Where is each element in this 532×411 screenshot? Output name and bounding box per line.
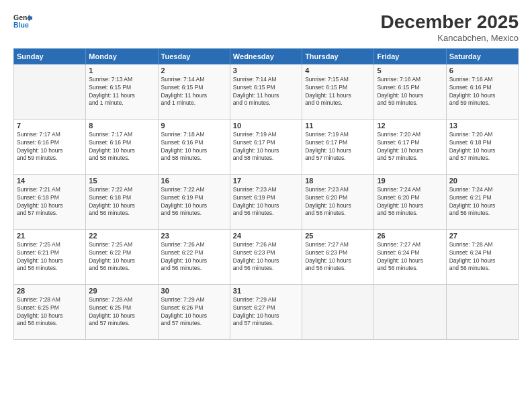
calendar-cell: 22Sunrise: 7:25 AM Sunset: 6:22 PM Dayli… [86,229,158,284]
week-row-3: 14Sunrise: 7:21 AM Sunset: 6:18 PM Dayli… [14,174,519,229]
calendar-cell [14,64,86,119]
day-info: Sunrise: 7:21 AM Sunset: 6:18 PM Dayligh… [17,186,83,218]
day-info: Sunrise: 7:17 AM Sunset: 6:16 PM Dayligh… [17,131,83,163]
day-info: Sunrise: 7:25 AM Sunset: 6:22 PM Dayligh… [89,241,154,273]
calendar-cell: 21Sunrise: 7:25 AM Sunset: 6:21 PM Dayli… [14,229,86,284]
day-number: 31 [233,287,299,295]
day-number: 26 [377,232,443,240]
day-info: Sunrise: 7:20 AM Sunset: 6:17 PM Dayligh… [377,131,443,163]
calendar-cell: 11Sunrise: 7:19 AM Sunset: 6:17 PM Dayli… [302,119,374,174]
calendar-cell: 18Sunrise: 7:23 AM Sunset: 6:20 PM Dayli… [302,174,374,229]
day-info: Sunrise: 7:24 AM Sunset: 6:20 PM Dayligh… [377,186,443,218]
day-info: Sunrise: 7:27 AM Sunset: 6:23 PM Dayligh… [305,241,371,273]
calendar-cell: 31Sunrise: 7:29 AM Sunset: 6:27 PM Dayli… [230,284,302,339]
day-info: Sunrise: 7:22 AM Sunset: 6:18 PM Dayligh… [89,186,154,218]
logo: General Blue [13,12,32,31]
weekday-header-thursday: Thursday [302,48,374,64]
day-info: Sunrise: 7:13 AM Sunset: 6:15 PM Dayligh… [89,76,154,108]
calendar-cell: 3Sunrise: 7:14 AM Sunset: 6:15 PM Daylig… [230,64,302,119]
day-number: 5 [377,66,443,75]
day-number: 16 [161,177,227,185]
day-number: 6 [449,66,515,75]
day-info: Sunrise: 7:29 AM Sunset: 6:27 PM Dayligh… [233,296,299,328]
logo-icon: General Blue [13,12,32,31]
weekday-header-tuesday: Tuesday [158,48,230,64]
week-row-2: 7Sunrise: 7:17 AM Sunset: 6:16 PM Daylig… [14,119,519,174]
calendar-cell: 25Sunrise: 7:27 AM Sunset: 6:23 PM Dayli… [302,229,374,284]
day-info: Sunrise: 7:25 AM Sunset: 6:21 PM Dayligh… [17,241,83,273]
day-number: 12 [377,122,443,130]
day-number: 28 [17,287,83,295]
calendar-cell: 15Sunrise: 7:22 AM Sunset: 6:18 PM Dayli… [86,174,158,229]
day-number: 7 [17,122,83,130]
weekday-header-wednesday: Wednesday [230,48,302,64]
day-info: Sunrise: 7:26 AM Sunset: 6:23 PM Dayligh… [233,241,299,273]
weekday-header-friday: Friday [374,48,446,64]
calendar-cell [374,284,446,339]
day-info: Sunrise: 7:26 AM Sunset: 6:22 PM Dayligh… [161,241,227,273]
location: Kancabchen, Mexico [381,33,519,43]
day-info: Sunrise: 7:28 AM Sunset: 6:24 PM Dayligh… [449,241,515,273]
calendar-cell: 2Sunrise: 7:14 AM Sunset: 6:15 PM Daylig… [158,64,230,119]
day-number: 21 [17,232,83,240]
day-number: 30 [161,287,227,295]
weekday-header-monday: Monday [86,48,158,64]
calendar-cell: 9Sunrise: 7:18 AM Sunset: 6:16 PM Daylig… [158,119,230,174]
day-number: 18 [305,177,371,185]
day-number: 27 [449,232,515,240]
day-info: Sunrise: 7:28 AM Sunset: 6:25 PM Dayligh… [89,296,154,328]
day-info: Sunrise: 7:14 AM Sunset: 6:15 PM Dayligh… [161,76,227,108]
calendar-cell: 1Sunrise: 7:13 AM Sunset: 6:15 PM Daylig… [86,64,158,119]
day-info: Sunrise: 7:23 AM Sunset: 6:20 PM Dayligh… [305,186,371,218]
calendar-cell: 12Sunrise: 7:20 AM Sunset: 6:17 PM Dayli… [374,119,446,174]
month-title: December 2025 [381,12,519,33]
day-info: Sunrise: 7:14 AM Sunset: 6:15 PM Dayligh… [233,76,299,108]
calendar-cell: 14Sunrise: 7:21 AM Sunset: 6:18 PM Dayli… [14,174,86,229]
day-number: 23 [161,232,227,240]
calendar-cell: 6Sunrise: 7:16 AM Sunset: 6:16 PM Daylig… [446,64,518,119]
header: General Blue December 2025 Kancabchen, M… [13,12,519,43]
day-info: Sunrise: 7:19 AM Sunset: 6:17 PM Dayligh… [305,131,371,163]
day-info: Sunrise: 7:29 AM Sunset: 6:26 PM Dayligh… [161,296,227,328]
day-number: 29 [89,287,154,295]
calendar-cell: 23Sunrise: 7:26 AM Sunset: 6:22 PM Dayli… [158,229,230,284]
calendar-cell: 10Sunrise: 7:19 AM Sunset: 6:17 PM Dayli… [230,119,302,174]
day-info: Sunrise: 7:24 AM Sunset: 6:21 PM Dayligh… [449,186,515,218]
calendar-cell: 29Sunrise: 7:28 AM Sunset: 6:25 PM Dayli… [86,284,158,339]
day-info: Sunrise: 7:15 AM Sunset: 6:15 PM Dayligh… [305,76,371,108]
week-row-5: 28Sunrise: 7:28 AM Sunset: 6:25 PM Dayli… [14,284,519,339]
calendar-cell: 30Sunrise: 7:29 AM Sunset: 6:26 PM Dayli… [158,284,230,339]
title-block: December 2025 Kancabchen, Mexico [381,12,519,43]
day-number: 13 [449,122,515,130]
day-number: 2 [161,66,227,75]
day-number: 20 [449,177,515,185]
calendar-cell: 26Sunrise: 7:27 AM Sunset: 6:24 PM Dayli… [374,229,446,284]
weekday-header-row: SundayMondayTuesdayWednesdayThursdayFrid… [14,48,519,64]
day-info: Sunrise: 7:19 AM Sunset: 6:17 PM Dayligh… [233,131,299,163]
calendar-cell: 16Sunrise: 7:22 AM Sunset: 6:19 PM Dayli… [158,174,230,229]
calendar-cell: 27Sunrise: 7:28 AM Sunset: 6:24 PM Dayli… [446,229,518,284]
day-number: 3 [233,66,299,75]
calendar-cell: 8Sunrise: 7:17 AM Sunset: 6:16 PM Daylig… [86,119,158,174]
day-info: Sunrise: 7:20 AM Sunset: 6:18 PM Dayligh… [449,131,515,163]
day-number: 22 [89,232,154,240]
day-number: 15 [89,177,154,185]
day-number: 17 [233,177,299,185]
day-info: Sunrise: 7:27 AM Sunset: 6:24 PM Dayligh… [377,241,443,273]
calendar-cell: 4Sunrise: 7:15 AM Sunset: 6:15 PM Daylig… [302,64,374,119]
calendar-cell: 24Sunrise: 7:26 AM Sunset: 6:23 PM Dayli… [230,229,302,284]
calendar-cell: 20Sunrise: 7:24 AM Sunset: 6:21 PM Dayli… [446,174,518,229]
day-info: Sunrise: 7:17 AM Sunset: 6:16 PM Dayligh… [89,131,154,163]
day-info: Sunrise: 7:16 AM Sunset: 6:16 PM Dayligh… [449,76,515,108]
calendar-table: SundayMondayTuesdayWednesdayThursdayFrid… [13,48,519,340]
calendar-cell: 28Sunrise: 7:28 AM Sunset: 6:25 PM Dayli… [14,284,86,339]
day-info: Sunrise: 7:22 AM Sunset: 6:19 PM Dayligh… [161,186,227,218]
calendar-cell [302,284,374,339]
svg-text:Blue: Blue [13,21,29,29]
day-info: Sunrise: 7:23 AM Sunset: 6:19 PM Dayligh… [233,186,299,218]
calendar-cell: 17Sunrise: 7:23 AM Sunset: 6:19 PM Dayli… [230,174,302,229]
calendar-cell: 5Sunrise: 7:16 AM Sunset: 6:15 PM Daylig… [374,64,446,119]
day-number: 25 [305,232,371,240]
calendar-page: General Blue December 2025 Kancabchen, M… [0,0,532,411]
calendar-cell: 7Sunrise: 7:17 AM Sunset: 6:16 PM Daylig… [14,119,86,174]
